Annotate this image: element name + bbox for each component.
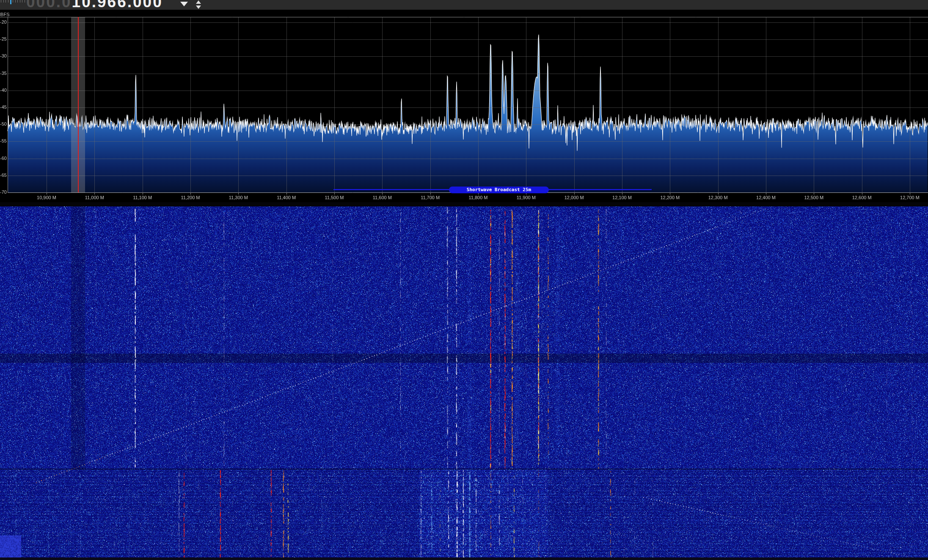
frequency-tick-label: 11,700 M	[415, 195, 446, 200]
ruler-tick	[6, 0, 6, 3]
frequency-tick-label: 12,600 M	[846, 195, 878, 200]
frequency-tick-label: 12,100 M	[606, 195, 638, 200]
top-toolbar: 000.010.966.000	[0, 0, 928, 10]
db-tick-label: -20	[0, 19, 8, 25]
frequency-tick-label: 12,000 M	[559, 195, 590, 200]
ruler-tick	[17, 0, 18, 3]
db-tick-label: -25	[0, 36, 8, 41]
db-tick-label: -60	[0, 156, 8, 161]
frequency-display[interactable]: 000.010.966.000	[26, 0, 163, 10]
ruler-tick	[25, 0, 25, 3]
ruler-tick	[13, 0, 13, 3]
frequency-tick-label: 11,600 M	[366, 195, 398, 200]
frequency-tick-label: 11,100 M	[127, 195, 158, 200]
amplitude-axis-unit-label: dBFS	[0, 12, 10, 17]
ruler-tick	[1, 0, 1, 3]
db-tick-label: -50	[0, 121, 8, 126]
spectrum-waterfall-canvas[interactable]	[0, 0, 928, 560]
db-tick-label: -55	[0, 138, 8, 143]
frequency-tick-label: 12,300 M	[702, 195, 734, 200]
frequency-tick-label: 11,500 M	[319, 195, 350, 200]
frequency-bright-digits[interactable]: 10.966.000	[72, 0, 163, 10]
frequency-tick-label: 12,500 M	[798, 195, 829, 200]
ruler-tick	[8, 0, 8, 3]
db-tick-label: -65	[0, 173, 8, 178]
frequency-tick-label: 11,900 M	[510, 195, 542, 200]
ruler-tick	[3, 0, 4, 3]
tuning-ruler[interactable]	[1, 0, 26, 10]
frequency-tick-label: 11,300 M	[223, 195, 254, 200]
ruler-accent-tick	[10, 0, 11, 4]
ruler-tick	[22, 0, 22, 3]
frequency-dim-digits[interactable]: 000.0	[26, 0, 72, 10]
frequency-tick-label: 10,900 M	[31, 195, 62, 200]
frequency-tick-label: 12,700 M	[894, 195, 925, 200]
waterfall-tuning-shadow	[71, 206, 85, 469]
frequency-tick-label: 11,000 M	[79, 195, 110, 200]
db-tick-label: -40	[0, 88, 8, 93]
db-tick-label: -70	[0, 189, 8, 195]
frequency-updown-icon[interactable]	[194, 0, 203, 10]
ruler-tick	[15, 0, 16, 3]
db-tick-label: -35	[0, 71, 8, 76]
frequency-tick-label: 11,400 M	[271, 195, 302, 200]
frequency-tick-label: 11,800 M	[463, 195, 494, 200]
frequency-tick-label: 11,200 M	[175, 195, 206, 200]
frequency-tick-label: 12,200 M	[654, 195, 686, 200]
tuned-frequency-line[interactable]	[78, 17, 79, 192]
db-tick-label: -30	[0, 53, 8, 58]
frequency-dropdown-icon[interactable]	[180, 2, 188, 6]
bandplan-label: Shortwave Broadcast 25m	[449, 187, 549, 193]
ruler-tick	[20, 0, 20, 3]
frequency-tick-label: 12,400 M	[750, 195, 782, 200]
db-tick-label: -45	[0, 104, 8, 110]
sdr-application-window: 000.010.966.000 dBFS -20-25-30-35-40-45-…	[0, 0, 928, 560]
